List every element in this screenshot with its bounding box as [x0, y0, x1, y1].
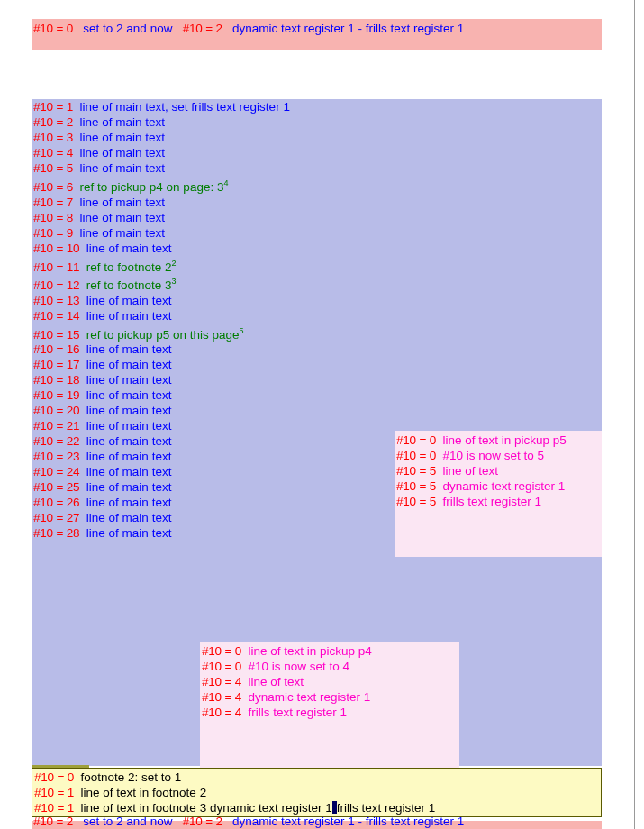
register-value: #10 = 24	[33, 465, 79, 478]
line-text: dynamic text register 1	[249, 690, 371, 704]
header-reg2: #10 = 2	[183, 22, 222, 35]
register-value: #10 = 4	[202, 675, 241, 688]
register-value: #10 = 15	[33, 327, 79, 341]
register-value: #10 = 28	[33, 526, 79, 540]
pickup-line: #10 = 4 frills text register 1	[200, 705, 459, 720]
superscript-ref: 3	[171, 277, 176, 286]
line-text: line of main text	[86, 450, 172, 463]
footer-band: #10 = 2 set to 2 and now #10 = 2 dynamic…	[32, 821, 602, 829]
main-line: #10 = 10 line of main text	[32, 241, 602, 256]
line-text: line of main text	[86, 526, 172, 540]
main-line: #10 = 15 ref to pickup p5 on this page5	[32, 323, 602, 342]
line-text: line of text in pickup p4	[249, 644, 372, 658]
line-text: line of main text	[86, 511, 172, 524]
register-value: #10 = 4	[202, 690, 241, 704]
line-text: line of main text, set frills text regis…	[80, 100, 290, 114]
register-value: #10 = 3	[33, 131, 73, 144]
register-value: #10 = 0	[202, 644, 241, 658]
pickup-p5-frame[interactable]: #10 = 0 line of text in pickup p5#10 = 0…	[395, 431, 602, 557]
header-reg: #10 = 0	[33, 22, 73, 35]
footer-line: #10 = 2 set to 2 and now #10 = 2 dynamic…	[32, 814, 602, 829]
register-value: #10 = 1	[33, 100, 73, 114]
header-band: #10 = 0 set to 2 and now #10 = 2 dynamic…	[32, 19, 602, 50]
line-text: line of main text	[86, 358, 172, 371]
main-line: #10 = 6 ref to pickup p4 on page: 34	[32, 176, 602, 195]
main-line: #10 = 5 line of main text	[32, 160, 602, 176]
line-text: line of text	[443, 464, 499, 478]
pickup-line: #10 = 4 dynamic text register 1	[200, 689, 459, 705]
line-text: line of main text	[86, 419, 172, 433]
line-text: line of main text	[80, 131, 166, 144]
register-value: #10 = 14	[33, 309, 79, 323]
register-value: #10 = 7	[33, 196, 73, 209]
superscript-ref: 4	[223, 178, 228, 187]
register-value: #10 = 12	[33, 278, 79, 292]
line-text: footnote 2: set to 1	[81, 770, 182, 784]
pickup-line: #10 = 0 #10 is now set to 4	[200, 659, 459, 674]
main-line: #10 = 20 line of main text	[32, 403, 602, 418]
main-line: #10 = 12 ref to footnote 33	[32, 274, 602, 293]
line-text: line of main text	[86, 480, 172, 494]
register-value: #10 = 1	[34, 786, 74, 799]
register-value: #10 = 0	[396, 449, 436, 462]
line-text: line of main text	[86, 404, 172, 417]
line-text: line of text in pickup p5	[443, 433, 567, 447]
main-line: #10 = 7 line of main text	[32, 195, 602, 210]
main-line: #10 = 2 line of main text	[32, 114, 602, 130]
line-text: line of text	[249, 675, 304, 688]
line-text: line of main text	[86, 465, 172, 478]
line-text: line of main text	[80, 115, 166, 129]
register-value: #10 = 21	[33, 419, 79, 433]
line-text: line of main text	[86, 434, 172, 448]
footer-text-after: dynamic text register 1 - frills text re…	[232, 815, 464, 828]
line-text: line of main text	[80, 226, 166, 240]
document-page: #10 = 0 set to 2 and now #10 = 2 dynamic…	[0, 0, 634, 829]
main-line: #10 = 14 line of main text	[32, 308, 602, 323]
main-line: #10 = 19 line of main text	[32, 387, 602, 403]
header-line: #10 = 0 set to 2 and now #10 = 2 dynamic…	[32, 21, 602, 36]
register-value: #10 = 4	[202, 706, 241, 719]
header-text-before: set to 2 and now	[83, 22, 172, 35]
footer-reg: #10 = 2	[33, 815, 73, 828]
pickup-p4-frame[interactable]: #10 = 0 line of text in pickup p4#10 = 0…	[200, 642, 459, 768]
register-value: #10 = 5	[33, 161, 73, 175]
line-text: line of main text	[80, 196, 166, 209]
superscript-ref: 2	[171, 259, 176, 268]
footer-text-before: set to 2 and now	[83, 815, 172, 828]
pickup-line: #10 = 0 line of text in pickup p4	[200, 643, 459, 659]
main-line: #10 = 3 line of main text	[32, 130, 602, 145]
line-text: line of main text	[86, 309, 172, 323]
pickup-line: #10 = 5 frills text register 1	[395, 494, 602, 509]
line-text: line of main text	[86, 373, 172, 387]
line-text: frills text register 1	[443, 495, 542, 508]
line-text: line of text in footnote 2	[81, 786, 207, 799]
line-text: #10 is now set to 4	[249, 660, 350, 673]
register-value: #10 = 8	[33, 211, 73, 224]
line-text: dynamic text register 1	[443, 479, 566, 493]
register-value: #10 = 22	[33, 434, 79, 448]
superscript-ref: 5	[239, 326, 243, 335]
main-line: #10 = 9 line of main text	[32, 225, 602, 241]
register-value: #10 = 11	[33, 260, 79, 273]
register-value: #10 = 17	[33, 358, 79, 371]
pickup-line: #10 = 4 line of text	[200, 674, 459, 689]
register-value: #10 = 5	[396, 479, 436, 493]
line-text: #10 is now set to 5	[443, 449, 545, 462]
register-value: #10 = 27	[33, 511, 79, 524]
main-line: #10 = 18 line of main text	[32, 372, 602, 387]
register-value: #10 = 2	[33, 115, 73, 129]
line-text: line of main text	[86, 388, 172, 402]
line-text: line of main text	[86, 496, 172, 509]
line-text: frills text register 1	[337, 801, 436, 815]
line-text: line of main text	[80, 146, 166, 159]
main-line: #10 = 17 line of main text	[32, 357, 602, 372]
header-text-after: dynamic text register 1 - frills text re…	[232, 22, 464, 35]
register-value: #10 = 6	[33, 180, 73, 194]
register-value: #10 = 0	[34, 770, 74, 784]
line-text: ref to pickup p4 on page: 3	[80, 180, 224, 194]
pickup-line: #10 = 0 line of text in pickup p5	[395, 433, 602, 448]
line-text: frills text register 1	[249, 706, 348, 719]
footnote-frame[interactable]: #10 = 0 footnote 2: set to 1#10 = 1 line…	[32, 768, 602, 817]
register-value: #10 = 18	[33, 373, 79, 387]
footnote-line: #10 = 1 line of text in footnote 2	[32, 785, 601, 800]
